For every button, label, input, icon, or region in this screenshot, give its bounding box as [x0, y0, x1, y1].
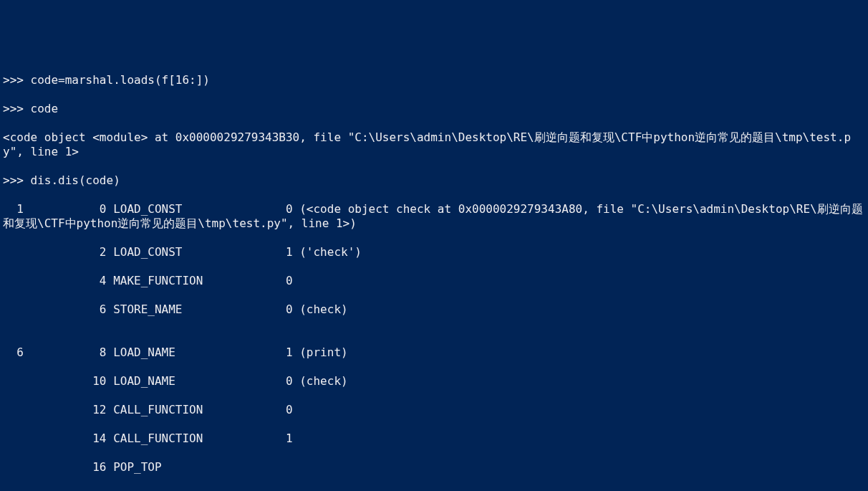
prompt-line: >>> code=marshal.loads(f[16:]) [3, 73, 865, 87]
disasm-line: 6 STORE_NAME 0 (check) [3, 302, 865, 317]
terminal-output[interactable]: >>> code=marshal.loads(f[16:]) >>> code … [3, 59, 865, 491]
disasm-line: 12 CALL_FUNCTION 0 [3, 403, 865, 417]
disasm-line: 6 8 LOAD_NAME 1 (print) [3, 345, 865, 360]
disasm-line: 2 LOAD_CONST 1 ('check') [3, 245, 865, 259]
disasm-line: 1 0 LOAD_CONST 0 (<code object check at … [3, 202, 865, 231]
disasm-line: 10 LOAD_NAME 0 (check) [3, 374, 865, 388]
prompt-line: >>> code [3, 102, 865, 116]
disasm-line: 16 POP_TOP [3, 460, 865, 475]
output-line: <code object <module> at 0x0000029279343… [3, 130, 865, 159]
disasm-line: 14 CALL_FUNCTION 1 [3, 432, 865, 446]
disasm-line: 4 MAKE_FUNCTION 0 [3, 274, 865, 288]
prompt-line: >>> dis.dis(code) [3, 173, 865, 188]
